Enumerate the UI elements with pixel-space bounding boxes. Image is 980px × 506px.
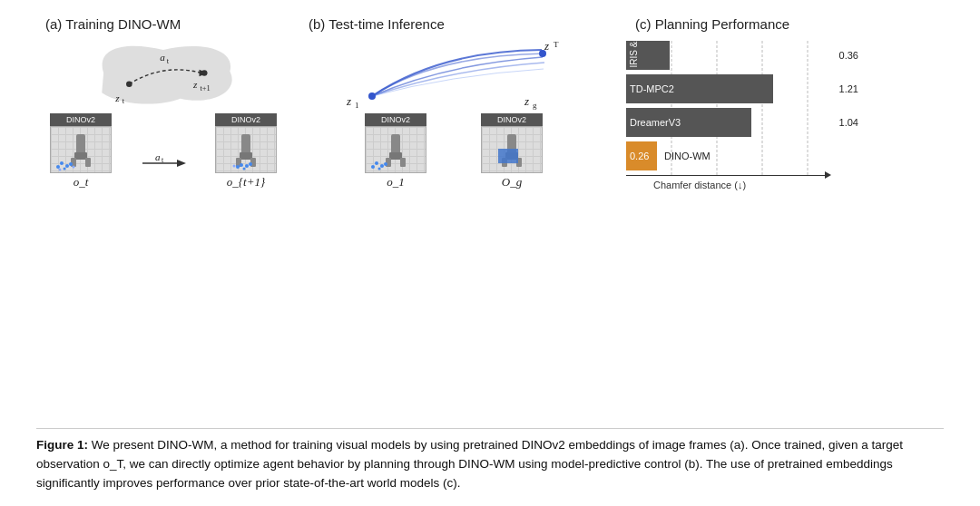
svg-text:z: z — [346, 94, 351, 108]
x-axis-container: Chamfer distance (↓) — [626, 175, 826, 190]
caption: Figure 1: We present DINO-WM, a method f… — [36, 428, 944, 493]
bar-dreamerv3: DreamerV3 — [626, 108, 751, 137]
svg-point-2 — [201, 70, 208, 76]
svg-text:T: T — [554, 40, 559, 49]
action-arrow-a: a t — [141, 153, 186, 173]
svg-point-14 — [65, 164, 69, 168]
x-axis-label: Chamfer distance (↓) — [653, 180, 826, 190]
svg-point-1 — [126, 81, 132, 87]
bar-chart: IRIS & 0.36 TD-MPC2 1.21 DreamerV3 — [626, 41, 862, 190]
obs-block-ot: DINOv2 — [50, 113, 112, 190]
svg-point-29 — [245, 164, 249, 168]
svg-text:z: z — [544, 39, 549, 53]
bar-row-dinowm: 0.26 DINO-WM — [626, 141, 835, 170]
svg-point-18 — [73, 166, 75, 169]
obs-label-o1: o_1 — [387, 175, 405, 190]
svg-point-34 — [368, 92, 376, 100]
svg-point-31 — [249, 162, 252, 166]
obs-image-ot1 — [215, 126, 277, 173]
obs-block-o1: DINOv2 — [365, 113, 426, 190]
section-b-dinov2-row: DINOv2 — [365, 113, 543, 190]
svg-text:z: z — [192, 79, 198, 90]
obs-label-ot1: o_{t+1} — [227, 175, 265, 190]
svg-text:z: z — [524, 94, 529, 108]
bar-tdmpc2: TD-MPC2 — [626, 74, 773, 103]
obs-image-o1 — [365, 126, 426, 173]
obs-image-og — [481, 126, 543, 173]
svg-point-28 — [240, 163, 243, 167]
svg-text:t+1: t+1 — [200, 83, 210, 92]
blob-svg: a t z t z t+1 — [73, 37, 254, 110]
svg-point-50 — [378, 168, 381, 170]
svg-point-47 — [380, 164, 384, 168]
section-b-title: (b) Test-time Inference — [299, 16, 445, 32]
svg-point-49 — [384, 162, 387, 166]
svg-point-32 — [243, 168, 246, 170]
svg-text:z: z — [114, 92, 120, 103]
section-b: (b) Test-time Inference z T — [299, 16, 608, 190]
bar-row-iris: IRIS & 0.36 — [626, 41, 835, 70]
bar-value-dreamerv3: 1.04 — [839, 117, 858, 128]
svg-point-13 — [60, 161, 64, 165]
svg-point-46 — [375, 161, 378, 165]
bar-right-label-dinowm: DINO-WM — [664, 151, 710, 161]
obs-label-og: O_g — [502, 175, 522, 190]
bar-value-tdmpc2: 1.21 — [839, 83, 858, 94]
bar-row-tdmpc2: TD-MPC2 1.21 — [626, 74, 835, 103]
blue-tile-goal — [498, 149, 518, 163]
caption-bold: Figure 1: — [36, 438, 88, 452]
obs-label-ot: o_t — [74, 175, 89, 190]
section-a: (a) Training DINO-WM a t — [36, 16, 290, 190]
caption-text: We present DINO-WM, a method for trainin… — [36, 438, 903, 490]
bar-row-dreamerv3: DreamerV3 1.04 — [626, 108, 835, 137]
bar-label-dinowm-value: 0.26 — [630, 151, 649, 161]
x-axis-line — [626, 175, 826, 176]
svg-text:g: g — [533, 101, 537, 110]
obs-image-ot — [50, 126, 112, 173]
svg-point-30 — [236, 165, 240, 169]
bar-value-iris: 0.36 — [839, 50, 858, 61]
dino-box-ot: DINOv2 — [50, 113, 112, 126]
trajectory-area: z T z 1 z g — [327, 37, 581, 112]
svg-text:1: 1 — [355, 101, 359, 110]
svg-text:a: a — [160, 52, 165, 63]
svg-marker-21 — [177, 160, 186, 167]
bar-iris: IRIS & — [626, 41, 670, 70]
section-a-dinov2-row: DINOv2 — [50, 113, 277, 190]
main-container: (a) Training DINO-WM a t — [0, 0, 980, 506]
dino-box-ot1: DINOv2 — [215, 113, 277, 126]
bar-dinowm: 0.26 — [626, 141, 657, 170]
svg-point-17 — [64, 168, 66, 170]
svg-point-16 — [69, 162, 73, 166]
svg-point-48 — [371, 165, 375, 169]
svg-text:a: a — [155, 153, 161, 162]
dino-box-o1: DINOv2 — [365, 113, 426, 126]
obs-block-ot1: DINOv2 — [215, 113, 277, 190]
section-a-title: (a) Training DINO-WM — [36, 16, 181, 32]
svg-point-15 — [56, 165, 60, 169]
svg-point-19 — [59, 169, 62, 171]
svg-point-33 — [233, 165, 236, 168]
obs-block-og: DINOv2 O_g — [481, 113, 543, 190]
dino-box-og: DINOv2 — [481, 113, 543, 126]
bar-label-iris: IRIS & — [630, 42, 639, 70]
latent-space-blob: a t z t z t+1 — [73, 37, 254, 110]
bar-label-dreamerv3: DreamerV3 — [630, 117, 681, 128]
section-c: (c) Planning Performance IRIS & — [626, 16, 889, 190]
section-c-title: (c) Planning Performance — [626, 16, 789, 32]
bar-label-tdmpc2: TD-MPC2 — [630, 83, 674, 94]
diagrams-row: (a) Training DINO-WM a t — [36, 16, 944, 419]
